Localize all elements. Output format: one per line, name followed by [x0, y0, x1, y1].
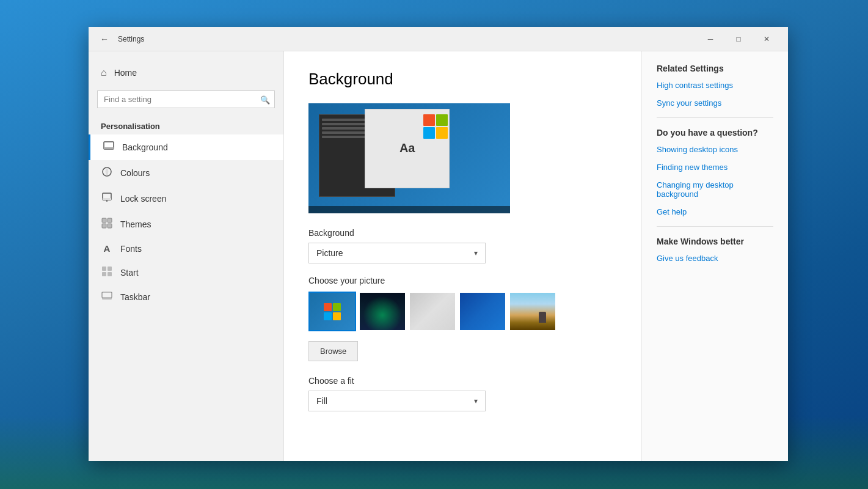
fit-dropdown[interactable]: Fill ▾ — [308, 391, 486, 411]
picture-thumb-beach[interactable] — [509, 292, 556, 331]
related-settings-title: Related Settings — [657, 64, 773, 73]
svg-rect-1 — [104, 147, 114, 149]
background-dropdown[interactable]: Picture ▾ — [308, 243, 486, 263]
sidebar-item-start[interactable]: Start — [89, 260, 283, 285]
aurora-bg — [360, 293, 405, 330]
picture-grid — [308, 292, 617, 331]
showing-desktop-icons-link[interactable]: Showing desktop icons — [657, 145, 773, 154]
picture-thumb-blue[interactable] — [459, 292, 506, 331]
background-icon — [103, 141, 115, 154]
taskbar-icon — [101, 292, 113, 303]
feedback-link[interactable]: Give us feedback — [657, 254, 773, 263]
sidebar-start-label: Start — [120, 268, 139, 278]
sidebar-lock-screen-label: Lock screen — [120, 194, 166, 204]
sidebar-item-home[interactable]: ⌂ Home — [89, 61, 283, 84]
sidebar-item-lock-screen[interactable]: Lock screen — [89, 186, 283, 211]
browse-button[interactable]: Browse — [308, 341, 358, 361]
windows-flag-logo — [423, 114, 448, 139]
choose-fit-label: Choose a fit — [308, 376, 617, 386]
changing-desktop-bg-link[interactable]: Changing my desktop background — [657, 180, 773, 199]
minimize-button[interactable]: ─ — [696, 29, 724, 49]
title-bar: ← Settings ─ □ ✕ — [89, 27, 788, 51]
right-divider-2 — [657, 226, 773, 227]
page-title: Background — [308, 70, 617, 89]
sidebar-themes-label: Themes — [120, 219, 151, 229]
get-help-link[interactable]: Get help — [657, 207, 773, 216]
win-flag-yellow — [436, 127, 448, 139]
desktop-preview: Aa — [308, 103, 510, 213]
thumb-win7-logo — [324, 303, 341, 320]
svg-rect-14 — [102, 292, 112, 298]
svg-rect-9 — [108, 224, 112, 228]
background-section-label: Background — [308, 228, 617, 238]
right-panel: Related Settings High contrast settings … — [641, 51, 788, 461]
tw-yellow — [333, 312, 341, 320]
start-icon — [101, 266, 113, 279]
themes-icon — [101, 218, 113, 231]
sync-settings-link[interactable]: Sync your settings — [657, 98, 773, 108]
tw-red — [324, 303, 332, 311]
win-flag-blue — [423, 127, 435, 139]
fabric-bg — [410, 293, 455, 330]
svg-rect-12 — [102, 272, 106, 276]
svg-rect-10 — [102, 267, 106, 271]
fonts-icon: A — [101, 243, 113, 254]
high-contrast-link[interactable]: High contrast settings — [657, 81, 773, 90]
background-dropdown-chevron: ▾ — [474, 249, 478, 257]
sidebar-section-title: Personalisation — [89, 114, 283, 134]
back-button[interactable]: ← — [96, 31, 113, 48]
search-icon: 🔍 — [260, 95, 270, 104]
picture-thumb-fabric[interactable] — [409, 292, 456, 331]
svg-rect-4 — [103, 198, 111, 200]
tw-blue — [324, 312, 332, 320]
svg-rect-15 — [102, 298, 112, 300]
fit-dropdown-chevron: ▾ — [474, 397, 478, 405]
fit-dropdown-value: Fill — [316, 396, 327, 406]
colours-icon — [101, 166, 113, 180]
right-divider-1 — [657, 117, 773, 118]
preview-desktop-bg: Aa — [308, 103, 510, 213]
sidebar-item-fonts[interactable]: A Fonts — [89, 237, 283, 260]
svg-rect-6 — [102, 218, 106, 222]
question-title: Do you have a question? — [657, 128, 773, 138]
svg-rect-13 — [108, 272, 112, 276]
win-flag-red — [423, 114, 435, 126]
svg-rect-7 — [108, 218, 112, 222]
preview-windows-logo — [423, 114, 494, 191]
sidebar-colours-label: Colours — [120, 168, 150, 178]
preview-taskbar — [308, 206, 510, 213]
window-title: Settings — [118, 35, 696, 43]
choose-picture-label: Choose your picture — [308, 276, 617, 285]
maximize-button[interactable]: □ — [724, 29, 753, 49]
sidebar: ⌂ Home 🔍 Personalisation Background — [89, 51, 284, 461]
main-content: Background — [284, 51, 641, 461]
home-icon: ⌂ — [101, 67, 107, 78]
finding-new-themes-link[interactable]: Finding new themes — [657, 163, 773, 172]
lock-screen-icon — [101, 192, 113, 205]
settings-window: ← Settings ─ □ ✕ ⌂ Home 🔍 Personalisatio… — [89, 27, 788, 461]
sidebar-item-background[interactable]: Background — [89, 134, 283, 160]
tw-green — [333, 303, 341, 311]
search-input[interactable] — [97, 90, 275, 108]
svg-rect-8 — [102, 224, 106, 228]
sidebar-item-colours[interactable]: Colours — [89, 160, 283, 186]
blue-bg — [460, 293, 505, 330]
sidebar-item-themes[interactable]: Themes — [89, 211, 283, 237]
sidebar-taskbar-label: Taskbar — [120, 292, 150, 302]
close-button[interactable]: ✕ — [753, 29, 781, 49]
beach-rock — [539, 312, 546, 323]
window-controls: ─ □ ✕ — [696, 29, 781, 49]
beach-bg — [510, 293, 555, 330]
sidebar-fonts-label: Fonts — [120, 244, 142, 254]
sidebar-item-taskbar[interactable]: Taskbar — [89, 285, 283, 309]
picture-thumb-aurora[interactable] — [359, 292, 406, 331]
svg-rect-11 — [108, 267, 112, 271]
sidebar-search-container: 🔍 — [97, 90, 275, 108]
picture-thumb-win7[interactable] — [308, 292, 356, 331]
make-windows-better-title: Make Windows better — [657, 237, 773, 246]
sidebar-background-label: Background — [122, 142, 168, 152]
win-flag-green — [436, 114, 448, 126]
sidebar-home-label: Home — [114, 68, 137, 78]
thumb-win7-bg — [310, 293, 355, 330]
window-body: ⌂ Home 🔍 Personalisation Background — [89, 51, 788, 461]
